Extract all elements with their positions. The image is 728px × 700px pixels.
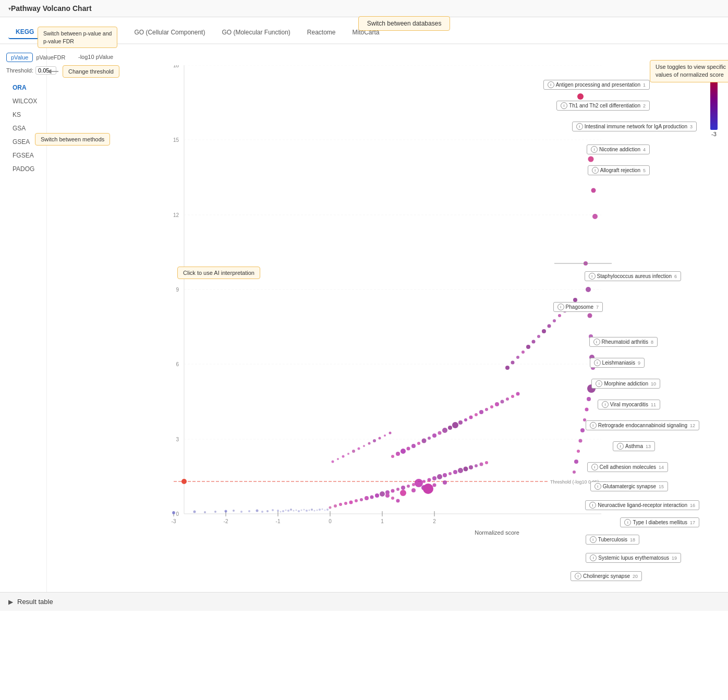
svg-point-112: [407, 447, 410, 451]
svg-point-173: [587, 397, 591, 401]
pathway-antigen[interactable]: i Antigen processing and presentation 1: [543, 80, 650, 90]
svg-point-109: [391, 455, 394, 458]
tab-go-cell[interactable]: GO (Cellular Component): [127, 26, 212, 39]
pathway-label-17: Type I diabetes mellitus: [633, 520, 687, 525]
pathway-num-4: 4: [643, 147, 646, 152]
pathway-lupus[interactable]: i Systemic lupus erythematosus 19: [586, 553, 681, 563]
pathway-glutamate[interactable]: i Glutamatergic synapse 15: [590, 481, 668, 491]
result-table-bar[interactable]: ▶ Result table: [0, 592, 728, 611]
svg-point-154: [542, 329, 546, 333]
svg-point-48: [266, 510, 269, 512]
pathway-morphine[interactable]: i Morphine addiction 10: [591, 379, 660, 389]
svg-point-160: [573, 298, 577, 302]
pathway-num-9: 9: [638, 360, 640, 366]
method-padog[interactable]: PADOG: [6, 162, 40, 176]
svg-text:3: 3: [176, 437, 179, 442]
pathway-num-19: 19: [672, 556, 677, 561]
pathway-rheumatoid[interactable]: i Rheumatoid arthritis 8: [589, 337, 658, 347]
pathway-label-15: Glutamatergic synapse: [603, 484, 656, 489]
info-icon-16[interactable]: i: [589, 502, 596, 509]
svg-point-56: [293, 510, 295, 512]
info-icon-10[interactable]: i: [596, 380, 602, 387]
svg-point-127: [485, 408, 488, 411]
info-icon-17[interactable]: i: [624, 519, 631, 526]
switch-pvalue-callout: Switch between p-value andp-value FDR: [38, 27, 117, 48]
info-icon-4[interactable]: i: [591, 146, 598, 153]
pathway-num-1: 1: [643, 82, 646, 88]
tab-go-mol[interactable]: GO (Molecular Function): [214, 26, 297, 39]
pathway-cell-adhesion[interactable]: i Cell adhesion molecules 14: [587, 462, 668, 472]
svg-point-119: [442, 428, 447, 433]
info-icon-12[interactable]: i: [590, 422, 597, 429]
pathway-viral[interactable]: i Viral myocarditis 11: [598, 400, 660, 409]
pathway-retrograde[interactable]: i Retrograde endocannabinoid signaling 1…: [586, 420, 699, 430]
toggle-callout: Use toggles to view specificvalues of no…: [650, 60, 728, 82]
svg-point-145: [389, 432, 392, 435]
svg-point-88: [422, 480, 426, 483]
svg-point-140: [363, 445, 365, 447]
info-icon-11[interactable]: i: [602, 401, 609, 408]
info-icon-20[interactable]: i: [575, 573, 581, 580]
method-ks[interactable]: KS: [6, 108, 40, 122]
pathway-nicotine[interactable]: i Nicotine addiction 4: [587, 144, 650, 154]
svg-point-142: [373, 439, 376, 442]
threshold-row: Threshold:: [6, 66, 40, 75]
pathway-diabetes[interactable]: i Type I diabetes mellitus 17: [620, 517, 699, 527]
switch-databases-callout: Switch between databases: [358, 16, 451, 31]
svg-point-123: [464, 418, 467, 421]
info-icon-14[interactable]: i: [591, 464, 598, 470]
info-icon-9[interactable]: i: [594, 359, 601, 366]
pathway-th1th2[interactable]: i Th1 and Th2 cell differentiation 2: [556, 101, 650, 111]
svg-point-60: [304, 509, 305, 511]
info-icon-2[interactable]: i: [561, 102, 567, 109]
method-wilcox[interactable]: WILCOX: [6, 94, 40, 108]
info-icon-18[interactable]: i: [590, 536, 597, 543]
svg-text:15: 15: [173, 137, 179, 143]
method-fgsea[interactable]: FGSEA: [6, 149, 40, 162]
change-threshold-callout: Change threshold: [63, 65, 119, 78]
pathway-label-19: Systemic lupus erythematosus: [598, 555, 669, 561]
method-ora[interactable]: ORA: [6, 81, 40, 94]
svg-point-136: [342, 455, 345, 458]
info-icon-7[interactable]: i: [557, 304, 564, 310]
info-icon-6[interactable]: i: [589, 273, 596, 280]
svg-point-114: [417, 442, 420, 445]
pathway-num-7: 7: [596, 305, 599, 310]
method-gsea[interactable]: GSEA Switch between methods: [6, 135, 40, 149]
info-icon-5[interactable]: i: [592, 167, 599, 174]
pathway-tuberculosis[interactable]: i Tuberculosis 18: [586, 535, 639, 545]
pathway-neuroactive[interactable]: i Neuroactive ligand-receptor interactio…: [585, 500, 699, 510]
svg-point-116: [428, 437, 431, 440]
svg-text:2: 2: [433, 518, 436, 524]
svg-point-76: [360, 498, 363, 501]
info-icon-15[interactable]: i: [594, 483, 601, 490]
pathway-intestinal[interactable]: i Intestinal immune network for IgA prod…: [572, 122, 697, 131]
info-icon-3[interactable]: i: [576, 123, 583, 130]
svg-point-121: [452, 422, 458, 428]
svg-text:1: 1: [381, 518, 384, 524]
svg-point-133: [516, 392, 520, 396]
info-icon-13[interactable]: i: [617, 443, 624, 450]
info-icon-8[interactable]: i: [593, 339, 600, 345]
pathway-phagosome[interactable]: i Phagosome 7: [553, 302, 603, 312]
tab-reactome[interactable]: Reactome: [300, 26, 343, 39]
svg-point-152: [532, 340, 536, 344]
pathway-num-18: 18: [630, 537, 635, 542]
ai-callout[interactable]: Click to use AI interpretation: [177, 267, 260, 279]
pathway-cholinergic[interactable]: i Cholinergic synapse 20: [571, 571, 642, 581]
info-icon-19[interactable]: i: [590, 554, 597, 561]
tab-kegg[interactable]: KEGG: [8, 26, 41, 39]
pathway-leish[interactable]: i Leishmaniasis 9: [590, 358, 645, 368]
info-icon-1[interactable]: i: [548, 81, 554, 88]
pathway-allograft[interactable]: i Allograft rejection 5: [588, 165, 650, 175]
svg-point-62: [309, 510, 310, 511]
svg-point-134: [332, 461, 334, 463]
svg-point-148: [511, 361, 515, 365]
pathway-asthma[interactable]: i Asthma 13: [613, 441, 655, 451]
pathway-staph[interactable]: i Staphylococcus aureus infection 6: [585, 271, 681, 281]
svg-point-58: [298, 510, 300, 512]
pathway-label-7: Phagosome: [566, 304, 593, 310]
pvalue-button[interactable]: pValue: [6, 53, 33, 62]
pathway-label-14: Cell adhesion molecules: [600, 464, 656, 470]
svg-point-54: [287, 510, 289, 512]
